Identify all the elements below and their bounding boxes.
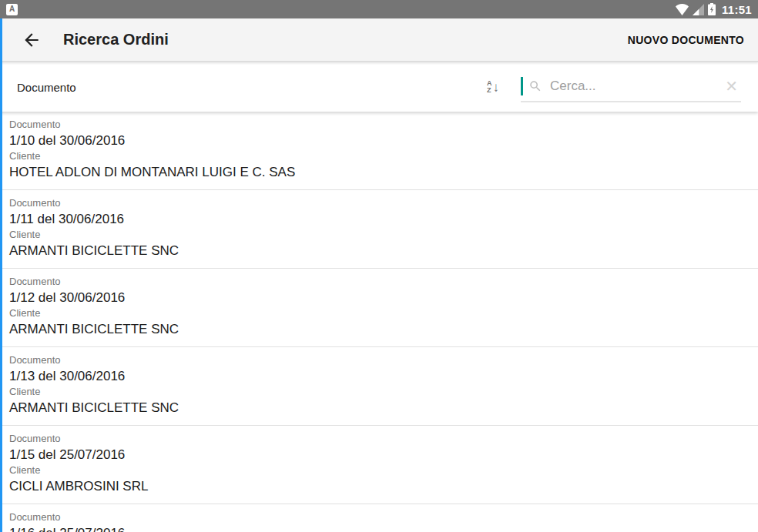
document-list-item[interactable]: Documento 1/10 del 30/06/2016 Cliente HO… (0, 112, 758, 190)
document-value: 1/15 del 25/07/2016 (9, 445, 749, 464)
document-label: Documento (9, 276, 749, 288)
document-label: Documento (9, 354, 749, 366)
text-cursor (521, 77, 523, 95)
client-value: CICLI AMBROSINI SRL (9, 477, 749, 496)
client-label: Cliente (9, 464, 749, 477)
sort-alphabetical-icon: A Z (487, 80, 492, 94)
document-value: 1/16 del 25/07/2016 (9, 524, 749, 532)
scrollbar[interactable] (0, 18, 2, 532)
document-label: Documento (9, 511, 749, 524)
search-placeholder: Cerca... (550, 79, 722, 94)
document-list-item[interactable]: Documento 1/11 del 30/06/2016 Cliente AR… (0, 190, 758, 269)
client-value: HOTEL ADLON DI MONTANARI LUIGI E C. SAS (9, 162, 749, 182)
document-list-item[interactable]: Documento 1/13 del 30/06/2016 Cliente AR… (0, 347, 758, 426)
status-bar: A 11:51 (0, 0, 758, 18)
client-label: Cliente (9, 150, 749, 162)
document-label: Documento (9, 119, 749, 131)
document-label: Documento (9, 197, 749, 209)
client-value: ARMANTI BICICLETTE SNC (9, 398, 749, 417)
wifi-icon (676, 4, 689, 15)
document-value: 1/10 del 30/06/2016 (9, 131, 749, 150)
document-value: 1/11 del 30/06/2016 (9, 209, 749, 229)
document-list-item[interactable]: Documento 1/12 del 30/06/2016 Cliente AR… (0, 269, 758, 347)
app-screen: A 11:51 (0, 0, 758, 532)
document-label: Documento (9, 433, 749, 445)
status-bar-left: A (6, 4, 18, 15)
page-title: Ricerca Ordini (63, 31, 169, 49)
document-value: 1/12 del 30/06/2016 (9, 288, 749, 307)
status-bar-clock: 11:51 (722, 3, 752, 16)
arrow-left-icon (22, 30, 42, 50)
arrow-down-icon: ↓ (493, 81, 500, 94)
document-value: 1/13 del 30/06/2016 (9, 366, 749, 386)
search-input[interactable]: Cerca... ✕ (521, 72, 741, 102)
status-bar-right: 11:51 (676, 3, 752, 16)
document-list-item[interactable]: Documento 1/16 del 25/07/2016 Cliente (0, 504, 758, 532)
document-list-item[interactable]: Documento 1/15 del 25/07/2016 Cliente CI… (0, 426, 758, 504)
clear-search-icon[interactable]: ✕ (722, 79, 741, 94)
back-button[interactable] (22, 30, 42, 50)
document-list: Documento 1/10 del 30/06/2016 Cliente HO… (0, 112, 758, 532)
client-label: Cliente (9, 229, 749, 241)
app-bar: Ricerca Ordini NUOVO DOCUMENTO (0, 18, 758, 62)
client-label: Cliente (9, 307, 749, 320)
client-label: Cliente (9, 386, 749, 398)
filter-bar: Documento A Z ↓ Cerca... ✕ (0, 62, 758, 112)
new-document-button[interactable]: NUOVO DOCUMENTO (628, 28, 744, 52)
cellular-signal-icon (693, 4, 704, 15)
app-notification-icon: A (6, 4, 18, 15)
client-value: ARMANTI BICICLETTE SNC (9, 320, 749, 339)
sort-button[interactable]: A Z ↓ (487, 80, 499, 94)
battery-charging-icon (708, 3, 716, 15)
document-type-select[interactable]: Documento (17, 81, 76, 94)
client-value: ARMANTI BICICLETTE SNC (9, 241, 749, 260)
search-icon (528, 79, 542, 93)
